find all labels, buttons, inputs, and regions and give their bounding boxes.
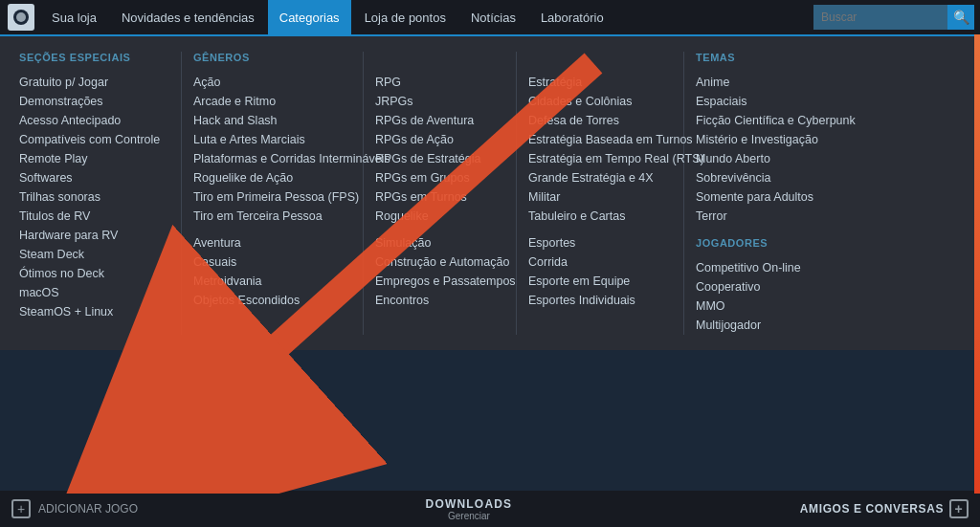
- link-macos[interactable]: macOS: [19, 283, 169, 302]
- link-titulos-rv[interactable]: Titulos de RV: [19, 207, 169, 226]
- link-estrategia-turnos[interactable]: Estratégia Baseada em Turnos: [528, 130, 672, 149]
- mega-menu: SEÇÕES ESPECIAIS Gratuito p/ Jogar Demon…: [0, 34, 980, 350]
- add-friend-button[interactable]: +: [949, 499, 969, 518]
- link-sobrevivencia[interactable]: Sobrevivência: [696, 168, 859, 187]
- bottom-left-section: + ADICIONAR JOGO: [0, 499, 149, 518]
- link-estrategia[interactable]: Estratégia: [528, 73, 672, 92]
- link-rts[interactable]: Estratégia em Tempo Real (RTS): [528, 149, 672, 168]
- nav-laboratorio[interactable]: Laboratório: [529, 0, 615, 34]
- link-mundo-aberto[interactable]: Mundo Aberto: [696, 149, 859, 168]
- nav-categorias[interactable]: Categorias: [268, 0, 351, 34]
- link-steamos-linux[interactable]: SteamOS + Linux: [19, 302, 169, 321]
- link-fps[interactable]: Tiro em Primeira Pessoa (FPS): [193, 187, 351, 207]
- link-ficcao[interactable]: Ficção Científica e Cyberpunk: [696, 111, 859, 130]
- link-misterio[interactable]: Mistério e Investigação: [696, 130, 859, 149]
- steam-logo: [8, 4, 34, 31]
- link-competitivo[interactable]: Competitivo On-line: [696, 258, 859, 277]
- link-aventura[interactable]: Aventura: [193, 233, 351, 253]
- link-multijogador[interactable]: Multijogador: [696, 316, 859, 335]
- search-container: 🔍: [813, 5, 974, 30]
- link-simulacao[interactable]: Simulação: [375, 233, 504, 253]
- link-otimos-deck[interactable]: Ótimos no Deck: [19, 264, 169, 283]
- link-plataformas[interactable]: Plataformas e Corridas Intermináveis: [193, 149, 351, 168]
- link-rpg-grupos[interactable]: RPGs em Grupos: [375, 168, 504, 187]
- generos-title: GÊNEROS: [193, 52, 351, 63]
- downloads-label[interactable]: DOWNLOADS: [426, 497, 513, 511]
- bottom-bar: + ADICIONAR JOGO DOWNLOADS Gerenciar AMI…: [0, 491, 980, 527]
- column-generos-estrategia: . Estratégia Cidades e Colônias Defesa d…: [517, 52, 684, 335]
- link-cidades[interactable]: Cidades e Colônias: [528, 92, 672, 111]
- link-gratuito[interactable]: Gratuito p/ Jogar: [19, 73, 169, 92]
- jogadores-title: JOGADORES: [696, 237, 859, 249]
- link-rpg-aventura[interactable]: RPGs de Aventura: [375, 111, 504, 130]
- link-arcade[interactable]: Arcade e Ritmo: [193, 92, 351, 111]
- temas-title: TEMAS: [696, 52, 859, 63]
- svg-point-1: [16, 12, 26, 22]
- link-espaciais[interactable]: Espaciais: [696, 92, 859, 111]
- link-corrida[interactable]: Corrida: [528, 253, 672, 272]
- nav-loja-pontos[interactable]: Loja de pontos: [353, 0, 457, 34]
- column-generos: GÊNEROS Ação Arcade e Ritmo Hack and Sla…: [182, 52, 364, 335]
- link-luta[interactable]: Luta e Artes Marciais: [193, 130, 351, 149]
- column-secoes-especiais: SEÇÕES ESPECIAIS Gratuito p/ Jogar Demon…: [19, 52, 182, 335]
- bottom-center-section: DOWNLOADS Gerenciar: [149, 497, 789, 521]
- add-game-label[interactable]: ADICIONAR JOGO: [38, 502, 138, 516]
- link-grande-estrategia[interactable]: Grande Estratégia e 4X: [528, 168, 672, 187]
- column-temas: TEMAS Anime Espaciais Ficção Científica …: [684, 52, 871, 335]
- link-construcao[interactable]: Construção e Automação: [375, 253, 504, 272]
- nav-sua-loja[interactable]: Sua loja: [40, 0, 108, 34]
- link-encontros[interactable]: Encontros: [375, 291, 504, 310]
- link-rpg-estrategia[interactable]: RPGs de Estratégia: [375, 149, 504, 168]
- scroll-accent: [974, 34, 980, 494]
- link-anime[interactable]: Anime: [696, 73, 859, 92]
- link-roguelike[interactable]: Roguelike: [375, 207, 504, 226]
- link-softwares[interactable]: Softwares: [19, 168, 169, 187]
- search-input[interactable]: [813, 5, 947, 30]
- link-defesa-torres[interactable]: Defesa de Torres: [528, 111, 672, 130]
- top-navigation: Sua loja Novidades e tendências Categori…: [0, 0, 980, 34]
- link-acesso-antecipado[interactable]: Acesso Antecipado: [19, 111, 169, 130]
- link-esporte-equipe[interactable]: Esporte em Equipe: [528, 272, 672, 291]
- link-jrpgs[interactable]: JRPGs: [375, 92, 504, 111]
- secoes-especiais-title: SEÇÕES ESPECIAIS: [19, 52, 169, 63]
- column-generos-rpg: . RPG JRPGs RPGs de Aventura RPGs de Açã…: [364, 52, 517, 335]
- link-esportes-individuais[interactable]: Esportes Individuais: [528, 291, 672, 310]
- bottom-right-section: AMIGOS E CONVERSAS +: [789, 499, 980, 518]
- link-cooperativo[interactable]: Cooperativo: [696, 277, 859, 296]
- link-hack-slash[interactable]: Hack and Slash: [193, 111, 351, 130]
- friends-label: AMIGOS E CONVERSAS: [800, 502, 944, 516]
- link-casuais[interactable]: Casuais: [193, 253, 351, 272]
- link-remote-play[interactable]: Remote Play: [19, 149, 169, 168]
- link-empregos[interactable]: Empregos e Passatempos: [375, 272, 504, 291]
- link-objetos-escondidos[interactable]: Objetos Escondidos: [193, 291, 351, 310]
- search-button[interactable]: 🔍: [947, 5, 974, 30]
- link-rpg-acao[interactable]: RPGs de Ação: [375, 130, 504, 149]
- link-trilhas[interactable]: Trilhas sonoras: [19, 187, 169, 207]
- link-steam-deck[interactable]: Steam Deck: [19, 245, 169, 264]
- link-tps[interactable]: Tiro em Terceira Pessoa: [193, 207, 351, 226]
- link-adultos[interactable]: Somente para Adultos: [696, 187, 859, 207]
- link-tabuleiro[interactable]: Tabuleiro e Cartas: [528, 207, 672, 226]
- link-roguelike-acao[interactable]: Roguelike de Ação: [193, 168, 351, 187]
- link-mmo[interactable]: MMO: [696, 296, 859, 316]
- downloads-sub[interactable]: Gerenciar: [448, 511, 490, 521]
- link-terror[interactable]: Terror: [696, 207, 859, 226]
- link-compativeis-controle[interactable]: Compatíveis com Controle: [19, 130, 169, 149]
- link-metroidvania[interactable]: Metroidvania: [193, 272, 351, 291]
- link-demonstracoes[interactable]: Demonstrações: [19, 92, 169, 111]
- add-game-icon[interactable]: +: [11, 499, 31, 518]
- link-rpg[interactable]: RPG: [375, 73, 504, 92]
- nav-noticias[interactable]: Notícias: [459, 0, 527, 34]
- link-esportes[interactable]: Esportes: [528, 233, 672, 253]
- link-acao[interactable]: Ação: [193, 73, 351, 92]
- link-militar[interactable]: Militar: [528, 187, 672, 207]
- link-hardware-rv[interactable]: Hardware para RV: [19, 226, 169, 245]
- link-rpg-turnos[interactable]: RPGs em Turnos: [375, 187, 504, 207]
- nav-novidades[interactable]: Novidades e tendências: [110, 0, 266, 34]
